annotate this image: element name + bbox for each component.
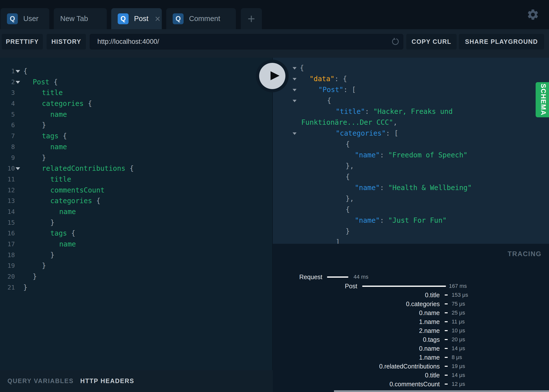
code-token: {: [71, 229, 75, 237]
code-token: }: [42, 154, 46, 162]
code-token: "name": [355, 151, 380, 159]
query-editor[interactable]: 1{2Post {3title4categories {5name6}7tags…: [0, 58, 273, 370]
line-number: 5: [0, 109, 15, 120]
tracing-resolver-label: 0.tags: [423, 336, 440, 343]
refresh-icon[interactable]: [390, 37, 400, 46]
code-token: name: [59, 240, 76, 248]
editor-line: 11title: [0, 174, 273, 185]
code-token: {: [346, 140, 350, 148]
tab-post[interactable]: QPost×: [111, 8, 162, 29]
new-tab-button[interactable]: +: [241, 8, 262, 29]
response-line: {: [273, 139, 549, 150]
settings-button[interactable]: [526, 7, 540, 22]
fold-arrow-icon[interactable]: [293, 100, 297, 102]
code-token: {: [88, 99, 92, 108]
tracing-resolver-time: 14 μs: [452, 345, 465, 352]
response-line: "name": "Freedom of Speech": [273, 150, 549, 161]
line-number: 3: [0, 87, 15, 98]
tracing-resolver-row: 0.name25 μs: [273, 309, 549, 317]
code-token: {: [23, 67, 27, 75]
tracing-title[interactable]: TRACING: [508, 250, 542, 258]
editor-line: 2Post {: [0, 77, 273, 88]
response-code: "name": "Freedom of Speech": [355, 150, 467, 161]
tracing-resolver-row: 0.categories75 μs: [273, 300, 549, 308]
fold-arrow-icon[interactable]: [293, 78, 297, 80]
editor-code: title: [42, 87, 63, 98]
code-token: }: [346, 227, 350, 235]
tab-new-tab[interactable]: New Tab: [54, 8, 107, 29]
prettify-button[interactable]: PRETTIFY: [2, 34, 43, 49]
code-token: :: [380, 151, 388, 159]
line-number: 10: [0, 163, 15, 174]
code-token: : [: [386, 129, 398, 137]
code-token: },: [346, 195, 354, 203]
code-token: {: [300, 64, 304, 72]
code-token: {: [327, 97, 331, 105]
code-token: }: [42, 262, 46, 270]
editor-code: categories {: [42, 98, 92, 109]
http-headers-tab[interactable]: HTTP HEADERS: [80, 377, 134, 385]
response-code: "Post": [: [318, 84, 356, 95]
code-token: categories: [50, 197, 96, 205]
response-line: },: [273, 161, 549, 172]
share-playground-button[interactable]: SHARE PLAYGROUND: [459, 34, 544, 49]
query-variables-tab[interactable]: QUERY VARIABLES: [7, 377, 74, 385]
close-icon[interactable]: ×: [155, 14, 160, 24]
code-token: "categories": [336, 129, 386, 137]
fold-arrow-icon[interactable]: [16, 70, 20, 73]
response-line: "categories": [: [273, 128, 549, 139]
code-token: :: [380, 184, 388, 192]
schema-sidebar-button[interactable]: SCHEMA: [536, 82, 549, 117]
fold-arrow-icon[interactable]: [16, 81, 20, 84]
editor-line: 9}: [0, 152, 273, 163]
tab-user[interactable]: QUser: [0, 8, 49, 29]
response-line: }: [273, 226, 549, 237]
code-token: }: [50, 251, 55, 259]
tracing-resolver-time: 75 μs: [452, 300, 465, 308]
endpoint-url-input[interactable]: [90, 34, 403, 49]
response-code: {: [300, 63, 304, 74]
fold-arrow-icon[interactable]: [293, 132, 297, 135]
tracing-resolver-bar: [445, 312, 448, 313]
tracing-resolver-label: 0.categories: [406, 300, 440, 308]
tab-comment[interactable]: QComment: [166, 8, 236, 29]
tracing-resolver-bar: [445, 303, 448, 304]
fold-arrow-icon[interactable]: [293, 89, 297, 91]
tracing-resolver-bar: [445, 330, 448, 331]
editor-line: 3title: [0, 87, 273, 98]
response-line: "data": {: [273, 74, 549, 84]
fold-arrow-icon[interactable]: [293, 67, 297, 70]
code-token: "Post": [318, 86, 343, 94]
line-number: 13: [0, 196, 15, 206]
tracing-resolver-time: 10 μs: [452, 327, 465, 334]
tracing-span-time: 44 ms: [354, 273, 368, 281]
line-number: 20: [0, 271, 15, 282]
history-button[interactable]: HISTORY: [47, 34, 86, 49]
code-token: title: [50, 175, 71, 183]
tracing-panel: TRACING Request44 msPost167 ms0.title153…: [273, 244, 549, 392]
line-number: 7: [0, 131, 15, 142]
fold-arrow-icon[interactable]: [16, 167, 20, 170]
tab-label: Comment: [189, 15, 220, 23]
editor-code: tags {: [50, 228, 75, 239]
tracing-span-row: Post167 ms: [273, 282, 549, 290]
code-token: "Just For Fun": [388, 216, 447, 224]
code-token: {: [63, 132, 67, 140]
tracing-span-label: Post: [345, 282, 357, 290]
line-number: 8: [0, 142, 15, 152]
copy-curl-button[interactable]: COPY CURL: [406, 34, 457, 49]
toolbar: PRETTIFY HISTORY COPY CURL SHARE PLAYGRO…: [0, 29, 549, 58]
response-line: ]: [273, 237, 549, 244]
tracing-resolver-label: 1.name: [419, 354, 440, 361]
code-token: : [: [343, 86, 356, 94]
code-token: Post: [33, 78, 54, 86]
editor-code: }: [42, 120, 46, 131]
tracing-resolver-bar: [445, 294, 448, 295]
endpoint-url-box: [90, 34, 403, 49]
schema-label: SCHEMA: [539, 84, 547, 116]
editor-line: 15}: [0, 217, 273, 228]
tracing-scrollbar[interactable]: [334, 390, 549, 392]
editor-line: 18}: [0, 250, 273, 261]
execute-query-button[interactable]: [256, 59, 289, 93]
tracing-resolver-row: 1.name8 μs: [273, 354, 549, 361]
